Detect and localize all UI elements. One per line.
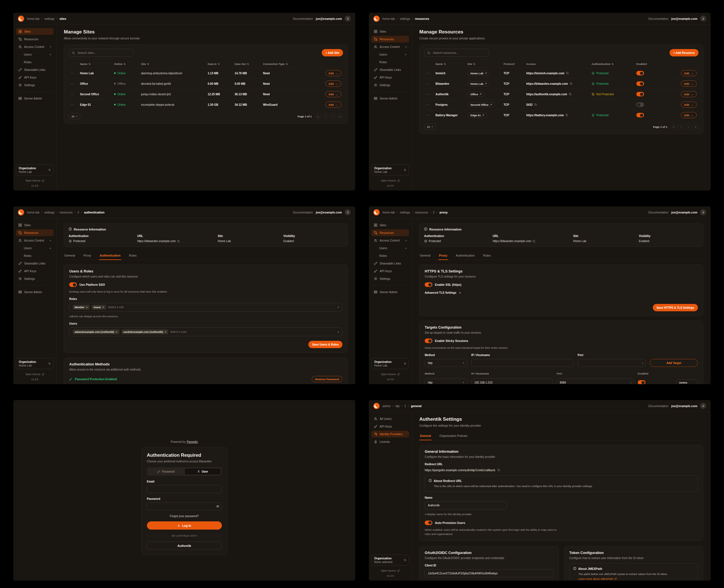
users-select[interactable]: adam@example.com (Authentik)× sarah@exam…	[69, 328, 342, 336]
sidebar-item-sites[interactable]: Sites	[371, 222, 409, 229]
save-tls-button[interactable]: Save HTTPS & TLS Settings	[653, 304, 698, 311]
sidebar-item-roles[interactable]: Roles	[16, 59, 54, 65]
search-sites-input[interactable]	[69, 49, 133, 57]
ip-hostname-input[interactable]	[471, 359, 574, 367]
port-input[interactable]	[557, 378, 634, 384]
site-link[interactable]: Edge 01↗	[467, 112, 487, 118]
delete-target-button[interactable]: Delete	[676, 379, 698, 384]
sidebar-item-sites[interactable]: Sites	[16, 28, 54, 35]
avatar[interactable]: J	[700, 16, 706, 22]
authentik-sso-button[interactable]: Authentik	[147, 542, 222, 550]
auto-provision-toggle[interactable]	[425, 521, 433, 525]
last-page-button[interactable]: »	[693, 124, 699, 130]
org-selector[interactable]: OrganizationHome Lab⇅	[16, 164, 54, 175]
enable-ssl-toggle[interactable]	[425, 282, 433, 287]
client-id-input[interactable]	[425, 569, 554, 577]
row-menu[interactable]: ⋯	[69, 68, 78, 78]
pangolin-link[interactable]: Pangolin	[187, 440, 198, 443]
edit-site-button[interactable]: Edit→	[325, 102, 341, 108]
sidebar-item-license[interactable]: License	[371, 438, 409, 445]
add-site-button[interactable]: + Add Site	[322, 49, 343, 57]
copy-icon[interactable]	[532, 240, 535, 243]
remove-chip-icon[interactable]: ×	[116, 331, 117, 333]
prev-page-button[interactable]: ‹	[678, 124, 684, 130]
enabled-toggle[interactable]	[636, 71, 644, 76]
remove-chip-icon[interactable]: ×	[164, 331, 166, 333]
method-select[interactable]: http▾	[425, 359, 467, 367]
roles-select[interactable]: Member× Guest× Select a role ▾	[69, 303, 342, 312]
next-page-button[interactable]: ›	[685, 124, 691, 130]
sidebar-item-access-control[interactable]: Access Control▾	[16, 237, 54, 244]
tab-general[interactable]: General	[64, 251, 76, 260]
copy-icon[interactable]	[570, 82, 572, 85]
forgot-password-link[interactable]: Forgot your password?	[147, 514, 222, 518]
search-resources-input[interactable]	[424, 49, 489, 57]
row-menu[interactable]: ⋯	[69, 78, 78, 89]
sidebar-item-shareable-links[interactable]: Shareable Links	[371, 66, 409, 73]
next-page-button[interactable]: ›	[330, 113, 336, 119]
edit-resource-button[interactable]: Edit→	[681, 102, 697, 108]
port-input[interactable]	[578, 359, 646, 367]
first-page-button[interactable]: «	[315, 113, 321, 119]
avatar[interactable]: J	[345, 16, 351, 22]
target-enabled-toggle[interactable]	[638, 380, 645, 384]
jmespath-link[interactable]: Learn more about JMESPath	[579, 577, 617, 580]
sidebar-item-roles[interactable]: Roles	[371, 252, 409, 259]
sidebar-item-settings[interactable]: Settings	[16, 82, 54, 88]
org-selector[interactable]: OrganizationHome Lab⇅	[371, 358, 409, 369]
documentation-link[interactable]: Documentation	[648, 211, 668, 214]
row-menu[interactable]: ⋯	[424, 99, 434, 110]
tab-password[interactable]: Password	[148, 468, 184, 475]
open-source-link[interactable]: Open Source	[16, 179, 54, 182]
spinner-icon[interactable]: ▲▼	[642, 361, 643, 364]
method-select[interactable]: http▾	[425, 378, 467, 384]
open-source-link[interactable]: Open Source	[16, 373, 54, 376]
avatar[interactable]: J	[700, 209, 706, 215]
sidebar-item-settings[interactable]: Settings	[16, 275, 54, 282]
sidebar-item-api-keys[interactable]: API Keys	[371, 74, 409, 81]
idp-name-input[interactable]	[425, 502, 507, 509]
tab-general[interactable]: General	[419, 432, 431, 440]
site-link[interactable]: Home Lab↗	[467, 81, 490, 86]
sidebar-item-resources[interactable]: Resources	[371, 36, 409, 43]
email-field[interactable]	[147, 485, 222, 493]
edit-site-button[interactable]: Edit→	[325, 91, 341, 97]
documentation-link[interactable]: Documentation	[293, 211, 313, 214]
copy-icon[interactable]	[534, 103, 537, 106]
tab-user[interactable]: User	[184, 468, 221, 475]
sidebar-item-shareable-links[interactable]: Shareable Links	[371, 260, 409, 267]
tab-rules[interactable]: Rules	[128, 251, 137, 260]
sidebar-item-sites[interactable]: Sites	[16, 222, 54, 229]
open-source-link[interactable]: Open Source	[371, 179, 409, 182]
site-link[interactable]: Home Lab↗	[467, 70, 490, 76]
sidebar-item-api-keys[interactable]: API Keys	[371, 423, 409, 430]
edit-resource-button[interactable]: Edit→	[681, 70, 697, 76]
avatar[interactable]: J	[700, 403, 706, 409]
sidebar-item-server-admin[interactable]: Server Admin	[371, 95, 409, 102]
sidebar-item-users[interactable]: Users▸	[371, 51, 409, 58]
sidebar-item-api-keys[interactable]: API Keys	[16, 268, 54, 274]
user-email[interactable]: joe@example.com	[671, 404, 697, 408]
org-selector[interactable]: OrganizationNone selected⇅	[371, 554, 409, 566]
row-menu[interactable]: ⋯	[424, 78, 434, 89]
documentation-link[interactable]: Documentation	[293, 17, 313, 20]
add-resource-button[interactable]: + Add Resource	[669, 49, 699, 57]
row-menu[interactable]: ⋯	[424, 110, 434, 120]
sidebar-item-all-users[interactable]: All Users	[371, 415, 409, 422]
sidebar-item-server-admin[interactable]: Server Admin	[16, 289, 54, 295]
sidebar-item-settings[interactable]: Settings	[371, 82, 409, 88]
sidebar-item-server-admin[interactable]: Server Admin	[371, 289, 409, 295]
sidebar-item-settings[interactable]: Settings	[371, 275, 409, 282]
copy-icon[interactable]	[177, 240, 180, 243]
avatar[interactable]: J	[345, 209, 351, 215]
open-source-link[interactable]: Open Source	[371, 373, 409, 376]
sidebar-item-access-control[interactable]: Access Control▾	[371, 43, 409, 50]
sidebar-item-resources[interactable]: Resources	[16, 229, 54, 236]
platform-sso-toggle[interactable]	[69, 282, 77, 287]
user-email[interactable]: joe@example.com	[671, 17, 697, 20]
sidebar-item-sites[interactable]: Sites	[371, 28, 409, 35]
tab-general[interactable]: General	[419, 251, 431, 260]
advanced-tls-expander[interactable]: Advanced TLS Settings	[425, 291, 457, 294]
edit-resource-button[interactable]: Edit→	[681, 81, 697, 87]
tab-authentication[interactable]: Authentication	[455, 251, 476, 260]
